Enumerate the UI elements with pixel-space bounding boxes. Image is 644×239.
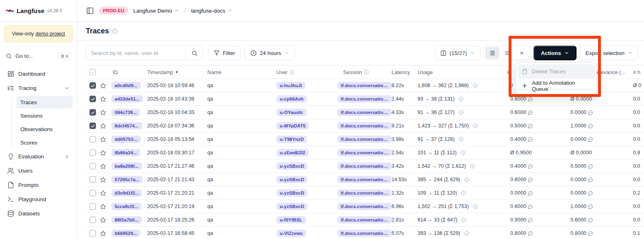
row-checkbox[interactable]: [89, 96, 96, 102]
user-badge[interactable]: u-VIZzvwo: [276, 230, 306, 237]
row-checkbox[interactable]: [89, 230, 96, 237]
user-badge[interactable]: u-yzSBxcD: [276, 176, 307, 183]
row-checkbox[interactable]: [89, 203, 96, 210]
select-all-checkbox[interactable]: [89, 69, 96, 75]
trace-id-badge[interactable]: 8b66a34...: [111, 149, 140, 156]
filter-button[interactable]: Filter: [208, 46, 241, 60]
session-badge[interactable]: lf.docs.conversation...: [337, 149, 392, 156]
user-badge[interactable]: u-huJhuJi: [276, 82, 305, 89]
table-row[interactable]: 8dcf4574... 2025-02-18 07:34:36 qa u-MYp…: [85, 119, 644, 133]
sidebar-item-tracing[interactable]: Tracing: [4, 82, 73, 94]
trace-id-badge[interactable]: 07265c7a...: [111, 176, 143, 183]
table-row[interactable]: 084c739... 2025-02-18 10:04:33 qa u-OYau…: [85, 106, 644, 119]
trace-id-badge[interactable]: ba8a208f...: [111, 162, 142, 170]
org-selector[interactable]: Langfuse Demo: [133, 8, 179, 14]
trace-id-badge[interactable]: dd05753...: [111, 136, 141, 143]
trace-id-badge[interactable]: 8dcf4574...: [111, 122, 142, 129]
user-badge[interactable]: u-yzSBxcD: [276, 162, 307, 170]
session-badge[interactable]: lf.docs.conversation...: [337, 176, 392, 183]
star-icon[interactable]: [100, 136, 106, 143]
table-row[interactable]: 8b66a34... 2025-02-18 03:30:17 qa u-zEwd…: [85, 146, 644, 160]
star-icon[interactable]: [100, 83, 106, 89]
row-height-small-button[interactable]: [485, 47, 499, 59]
session-badge[interactable]: lf.docs.conversation...: [337, 82, 392, 89]
sidebar-toggle-icon[interactable]: [86, 7, 94, 15]
trace-id-badge[interactable]: 5cca9cf2...: [111, 203, 141, 210]
table-row[interactable]: d3e9d1f2... 2025-02-17 21:20:21 qa u-yzS…: [85, 186, 644, 200]
menu-item-add-to-annotation-queue[interactable]: Add to Annotation Queue: [518, 79, 595, 93]
star-icon[interactable]: [100, 217, 106, 223]
sidebar-item-evaluation[interactable]: Evaluation: [4, 150, 73, 163]
session-badge[interactable]: lf.docs.conversation...: [337, 109, 392, 116]
session-badge[interactable]: lf.docs.conversation...: [337, 230, 392, 237]
star-icon[interactable]: [100, 163, 106, 169]
user-badge[interactable]: u-MYpDAT5: [276, 122, 309, 129]
user-badge[interactable]: u-zEwdED2: [276, 149, 309, 156]
search-input[interactable]: [86, 46, 185, 60]
sidebar-item-scores[interactable]: Scores: [16, 136, 73, 149]
table-row[interactable]: 5cca9cf2... 2025-02-17 21:20:19 qa u-yzS…: [85, 200, 644, 213]
sidebar-item-users[interactable]: Users: [4, 164, 73, 177]
row-checkbox[interactable]: [89, 217, 96, 223]
star-icon[interactable]: [100, 110, 106, 116]
sidebar-item-observations[interactable]: Observations: [16, 123, 73, 135]
trace-id-badge[interactable]: a433de51...: [111, 95, 143, 103]
user-badge[interactable]: u-yzSBxcD: [276, 203, 307, 210]
table-row[interactable]: ba8a208f... 2025-02-17 21:27:46 qa u-yzS…: [85, 160, 644, 173]
table-row[interactable]: dd05753... 2025-02-18 05:13:54 qa u-T98Y…: [85, 133, 644, 146]
trace-id-badge[interactable]: a0cd0d9...: [111, 82, 141, 89]
actions-button[interactable]: Actions: [533, 46, 577, 60]
star-icon[interactable]: [100, 96, 106, 102]
row-checkbox[interactable]: [89, 123, 96, 129]
session-badge[interactable]: lf.docs.conversation...: [337, 216, 392, 224]
row-height-medium-button[interactable]: [500, 47, 514, 59]
star-icon[interactable]: [100, 177, 106, 183]
trace-id-badge[interactable]: 084c739...: [111, 109, 140, 116]
row-checkbox[interactable]: [89, 149, 96, 156]
star-icon[interactable]: [100, 123, 106, 129]
goto-search[interactable]: Go to... ⌘ K: [0, 46, 77, 65]
sidebar-item-sessions[interactable]: Sessions: [16, 110, 73, 122]
sidebar-item-prompts[interactable]: Prompts: [4, 179, 73, 191]
star-icon[interactable]: [100, 150, 106, 156]
demo-project-link[interactable]: demo project: [35, 31, 65, 37]
row-checkbox[interactable]: [89, 163, 96, 169]
sidebar-item-datasets[interactable]: Datasets: [4, 207, 73, 220]
menu-item-delete-traces[interactable]: Delete Traces: [518, 64, 595, 79]
sidebar-item-dashboard[interactable]: Dashboard: [4, 68, 73, 80]
trace-id-badge[interactable]: d3e9d1f2...: [111, 189, 142, 197]
session-badge[interactable]: lf.docs.conversation...: [337, 189, 392, 197]
session-badge[interactable]: lf.docs.conversation...: [337, 203, 392, 210]
project-selector[interactable]: langfuse-docs: [191, 8, 233, 14]
row-checkbox[interactable]: [89, 136, 96, 143]
star-icon[interactable]: [100, 190, 106, 196]
star-icon[interactable]: [100, 230, 106, 237]
table-row[interactable]: 88f2a7b0... 2025-02-17 18:25:26 qa u-f0Y…: [85, 213, 644, 227]
session-badge[interactable]: lf.docs.conversation...: [337, 162, 392, 170]
user-badge[interactable]: u-yzSBxcD: [276, 189, 307, 197]
search-submit-button[interactable]: [185, 46, 203, 60]
user-badge[interactable]: u-T98YnzD: [276, 136, 307, 143]
star-icon[interactable]: [100, 204, 106, 210]
user-badge[interactable]: u-cp66Avh: [276, 95, 307, 103]
user-badge[interactable]: u-f0YfBSL: [276, 216, 306, 224]
column-visibility-button[interactable]: (15/27): [435, 46, 481, 60]
trace-id-badge[interactable]: b669529...: [111, 230, 140, 237]
table-row[interactable]: 07265c7a... 2025-02-17 21:21:43 qa u-yzS…: [85, 173, 644, 186]
table-row[interactable]: b669529... 2025-02-17 16:58:45 qa u-VIZz…: [85, 227, 644, 239]
time-range-button[interactable]: 24 hours: [245, 46, 295, 60]
trace-id-badge[interactable]: 88f2a7b0...: [111, 216, 142, 224]
row-checkbox[interactable]: [89, 176, 96, 183]
session-badge[interactable]: lf.docs.conversation...: [337, 136, 392, 143]
sidebar-item-playground[interactable]: Playground: [4, 193, 73, 206]
header-timestamp[interactable]: Timestamp▼: [147, 69, 207, 75]
row-checkbox[interactable]: [89, 109, 96, 116]
row-checkbox[interactable]: [89, 82, 96, 89]
row-height-large-button[interactable]: [515, 47, 529, 59]
sidebar-item-traces[interactable]: Traces: [16, 96, 73, 108]
row-checkbox[interactable]: [89, 190, 96, 196]
session-badge[interactable]: lf.docs.conversation...: [337, 122, 392, 129]
user-badge[interactable]: u-OYauofc: [276, 109, 307, 116]
export-selection-button[interactable]: Export selection: [580, 46, 638, 60]
session-badge[interactable]: lf.docs.conversation...: [337, 95, 392, 103]
